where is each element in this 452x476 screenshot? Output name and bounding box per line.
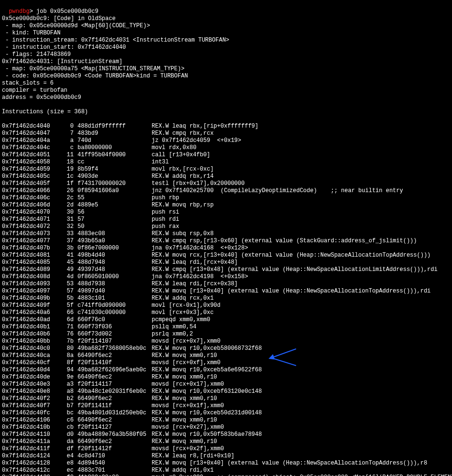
- disasm-row: 0x7f1462dc40e3a3f20f114117movsd [rcx+0x1…: [2, 381, 450, 388]
- instr-asm: REX.W movq xmm0,r10: [152, 395, 217, 402]
- disasm-row: 0x7f1462dc40b171660f73f036psllq xmm0,54: [2, 324, 450, 331]
- instr-asm: REX.W leaq r8,[rdi+0x10]: [152, 453, 234, 460]
- instr-offset: 94: [55, 367, 74, 374]
- instr-hex: 488d7938: [74, 281, 152, 288]
- instr-offset: 80: [55, 345, 74, 352]
- disasm-row: 0x7f1462dc40f7b7f20f11411fmovsd [rcx+0x1…: [2, 402, 450, 410]
- instr-asm: psrlq xmm0,2: [152, 331, 193, 338]
- instr-asm: movl rdx,0x80: [152, 144, 197, 151]
- instr-offset: 1c: [55, 173, 74, 180]
- instr-asm: call [r13+0x4fb0]: [152, 151, 210, 159]
- instr-address: 0x7f1462dc40f2: [2, 395, 55, 402]
- disasm-row: 0x7f1462dc40723250push rax: [2, 223, 450, 230]
- instr-asm: REX.W movq [r13+0x40] (external value (H…: [152, 460, 427, 467]
- instr-hex: c741ff0d090000: [74, 302, 152, 309]
- disasm-row: 0x7f1462dc40400488d1df9ffffffREX.W leaq …: [2, 123, 450, 130]
- instr-address: 0x7f1462dc40b1: [2, 324, 55, 331]
- instr-asm: push rax: [152, 223, 179, 230]
- instr-address: 0x7f1462dc4093: [2, 281, 55, 288]
- instr-address: 0x7f1462dc40cf: [2, 359, 55, 367]
- instr-offset: 8f: [55, 359, 74, 367]
- instr-hex: cc: [74, 159, 152, 166]
- disasm-row: 0x7f1462dc410bcbf20f114127movsd [rcx+0x2…: [2, 424, 450, 431]
- instr-offset: 9e: [55, 374, 74, 381]
- instr-asm: REX.W addq rbx,r14: [152, 173, 214, 180]
- instr-address: 0x7f1462dc412c: [2, 467, 55, 474]
- disasm-row: 0x7f1462dc408545488d7948REX.W leaq rdi,[…: [2, 259, 450, 266]
- instr-offset: 7b: [55, 338, 74, 345]
- instr-offset: 5f: [55, 302, 74, 309]
- instr-address: 0x7f1462dc4110: [2, 431, 55, 438]
- command-input[interactable]: job 0x05ce000db0c9: [36, 8, 99, 15]
- instr-hex: 4889e5: [74, 202, 152, 209]
- instr-asm: REX.W movq r10,0xceb580068732f68: [152, 345, 262, 352]
- terminal-output: pwndbg> job 0x05ce000db0c9 0x5ce000db0c9…: [0, 0, 452, 476]
- instr-asm: REX.W leaq rdi,[rcx+0x48]: [152, 259, 238, 266]
- instr-asm: push rbp: [152, 195, 179, 202]
- instr-address: 0x7f1462dc40b6: [2, 331, 55, 338]
- instr-asm: jnz 0x7f1402e25700 (CompileLazyDeoptimiz…: [152, 187, 403, 195]
- instr-address: 0x7f1462dc406d: [2, 202, 55, 209]
- instr-address: 0x7f1462dc40e3: [2, 381, 55, 388]
- instr-asm: movsd [rcx+0x27],xmm0: [152, 424, 224, 431]
- instr-hex: 55: [74, 195, 152, 202]
- instr-offset: bc: [55, 410, 74, 417]
- instr-asm: movsd [rcx+0x7],xmm0: [152, 338, 220, 345]
- instr-hex: 49ba4801d031d250eb0c: [74, 410, 152, 417]
- instr-asm: REX.W addq rcx,0x1: [152, 295, 214, 302]
- prompt-line[interactable]: pwndbg> job 0x05ce000db0c9: [9, 8, 98, 15]
- instr-asm: REX.W cmpq rsp,[r13-0x60] (external valu…: [152, 238, 417, 245]
- instr-offset: e4: [55, 453, 74, 460]
- instr-hex: 49ba682f73680058eb0c: [74, 345, 152, 352]
- instr-offset: 11: [55, 151, 74, 159]
- instr-address: 0x7f1462dc411a: [2, 438, 55, 445]
- instr-offset: a: [55, 137, 74, 144]
- instr-asm: jz 0x7f1462dc4059 <+0x19>: [152, 137, 241, 144]
- disasm-row: 0x7f1462dc4073334883ec08REX.W subq rsp,0…: [2, 230, 450, 238]
- disasm-row: 0x7f1462dc40b676660f73d002psrlq xmm0,2: [2, 331, 450, 338]
- disasm-row: 0x7f1462dc405818ccint3l: [2, 159, 450, 166]
- instr-hex: 66490f6ec2: [74, 417, 152, 424]
- instr-asm: REX.W cmpq rbx,rcx: [152, 130, 214, 137]
- instr-asm: jna 0x7f1462dc4198 <+0x158>: [152, 273, 248, 281]
- instr-asm: REX.W movq rbp,rsp: [152, 202, 214, 209]
- instr-asm: pcmpeqd xmm0,xmm0: [152, 316, 210, 324]
- instr-asm: movl r8,0xce989 ;; (compressed) object: …: [152, 474, 452, 476]
- disasm-row: 0x7f1462dc40fcbc49ba4801d031d250eb0cREX.…: [2, 410, 450, 417]
- instr-hex: 49897d40: [74, 288, 152, 295]
- disasm-row: 0x7f1462dc4110d049ba4889e76a3b580f05REX.…: [2, 431, 450, 438]
- disasm-row: 0x7f1462dc409b5b4883c101REX.W addq rcx,0…: [2, 295, 450, 302]
- instr-hex: 0f85941606a0: [74, 187, 152, 195]
- instr-hex: 740d: [74, 137, 152, 144]
- instr-hex: f20f11411f: [74, 402, 152, 410]
- instr-address: 0x7f1462dc40a6: [2, 309, 55, 316]
- instr-asm: jna 0x7f1462dc4168 <+0x128>: [152, 245, 248, 252]
- disasm-row: 0x7f1462dc405f1ff7431700000020testl [rbx…: [2, 180, 450, 187]
- instr-offset: 41: [55, 252, 74, 259]
- instr-offset: 32: [55, 223, 74, 230]
- instr-address: 0x7f1462dc40f7: [2, 402, 55, 410]
- instr-hex: 8b59f4: [74, 166, 152, 173]
- instr-asm: REX.W movq xmm0,r10: [152, 417, 217, 424]
- instr-address: 0x7f1462dc40fc: [2, 410, 55, 417]
- disasm-row: 0x7f1462dc40d49449ba682f62696e5aeb0cREX.…: [2, 367, 450, 374]
- instr-offset: b7: [55, 402, 74, 410]
- instr-offset: 57: [55, 288, 74, 295]
- instr-address: 0x7f1462dc410b: [2, 424, 55, 431]
- instr-asm: REX.W movq rcx,[r13+0x40] (external valu…: [152, 252, 430, 259]
- disasm-row: 0x7f1462dc404ccba80000000movl rdx,0x80: [2, 144, 450, 151]
- instr-hex: 483bd9: [74, 130, 152, 137]
- instr-address: 0x7f1462dc4128: [2, 460, 55, 467]
- instr-hex: 498b4d40: [74, 252, 152, 259]
- instr-asm: movsd [rcx+0x17],xmm0: [152, 381, 224, 388]
- instr-hex: 66490f6ec2: [74, 395, 152, 402]
- instr-asm: movl [rcx+0x3],0xc: [152, 309, 214, 316]
- instr-offset: c: [55, 144, 74, 151]
- instr-offset: 45: [55, 259, 74, 266]
- object-header: 0x5ce000db0c9: [Code] in OldSpace - map:…: [2, 15, 450, 116]
- instr-hex: 4883c101: [74, 295, 152, 302]
- instr-address: 0x7f1462dc4072: [2, 223, 55, 230]
- instr-offset: 76: [55, 331, 74, 338]
- instr-offset: 31: [55, 216, 74, 223]
- disasm-row: 0x7f1462dc4059198b59f4movl rbx,[rcx-0xc]: [2, 166, 450, 173]
